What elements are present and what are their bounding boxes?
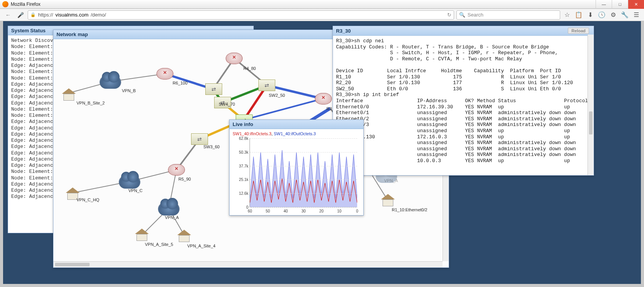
node-vpn-b[interactable] (100, 76, 121, 89)
label-vpn-a-site-4: VPN_A_Site_4 (187, 244, 215, 248)
settings-gear-icon[interactable]: ⚙ (609, 11, 618, 18)
browser-toolbar: ← 🎤 🔒 https://visualnms.com/demo/ ↻ 🔍 Se… (0, 9, 644, 21)
search-icon: 🔍 (459, 12, 465, 18)
window-titlebar: Mozilla Firefox — □ ✕ (0, 0, 644, 9)
download-icon[interactable]: ⬇ (586, 11, 595, 18)
bookmark-star-icon[interactable]: ☆ (562, 11, 572, 18)
y-tick: 62.8k (233, 136, 248, 141)
y-tick: 12.6k (233, 191, 248, 196)
node-vpn-a[interactable] (158, 202, 180, 216)
label-r1-10-eth: R1_10:Ethernet0/2 (392, 207, 427, 212)
x-tick: 40 (283, 209, 288, 213)
node-r6-100[interactable] (156, 68, 173, 80)
legend-series-2: SW1_40:ifOutOctets.3 (274, 131, 316, 136)
search-box[interactable]: 🔍 Search (456, 10, 560, 20)
node-sw3-60[interactable] (191, 133, 208, 145)
terminal-header[interactable]: R3_30 Reload (333, 26, 594, 36)
label-r6-100: R6_100 (173, 81, 188, 85)
terminal-panel[interactable]: R3_30 Reload R3_30>sh cdp nei Capability… (333, 26, 594, 176)
label-r5-90: R5_90 (178, 177, 191, 181)
label-vpn-a: VPN_A (165, 215, 179, 220)
terminal-reload-button[interactable]: Reload (568, 28, 589, 34)
chart-area: 012.6k25.1k37.7k50.3k62.8k6050403020100 (250, 138, 357, 207)
live-info-title[interactable]: Live info (230, 120, 363, 129)
x-tick: 60 (248, 209, 252, 213)
history-icon[interactable]: 🕓 (597, 11, 606, 18)
minimize-button[interactable]: — (596, 0, 612, 9)
label-vpn-b-site-2: VPN_B_Site_2 (77, 101, 105, 105)
url-path: /demo/ (91, 12, 106, 18)
x-tick: 10 (337, 209, 341, 213)
y-tick: 0 (233, 205, 248, 209)
x-tick: 20 (319, 209, 323, 213)
node-r5-90[interactable] (168, 164, 185, 176)
label-r4-80: R4_80 (243, 66, 256, 71)
legend-series-1: SW1_40:ifInOctets.3 (233, 131, 271, 136)
map-scrollbar-horizontal[interactable] (53, 261, 443, 267)
y-tick: 25.1k (233, 178, 248, 182)
close-button[interactable]: ✕ (628, 0, 644, 9)
menu-icon[interactable]: ☰ (632, 11, 641, 18)
label-vpn-c-hq: VPN_C_HQ (77, 197, 99, 202)
node-vpn-c[interactable] (119, 176, 140, 189)
url-bar[interactable]: 🔒 https://visualnms.com/demo/ ↻ (28, 10, 454, 20)
developer-icon[interactable]: 🔧 (620, 11, 629, 18)
page-content: System Status Network Discovery: Node: E… (3, 21, 641, 284)
window-title: Mozilla Firefox (11, 2, 40, 7)
y-tick: 50.3k (233, 150, 248, 154)
label-sw2-50: SW2_50 (269, 93, 285, 98)
live-info-body: SW1_40:ifInOctets.3, SW1_40:ifOutOctets.… (230, 129, 363, 210)
node-r3-30[interactable] (315, 93, 332, 105)
node-vpn-b-site-2[interactable] (62, 89, 76, 101)
maximize-button[interactable]: □ (612, 0, 628, 9)
firefox-icon (2, 1, 8, 7)
terminal-scrollbar[interactable] (587, 35, 594, 175)
x-tick: 30 (301, 209, 306, 213)
library-icon[interactable]: 📋 (574, 11, 583, 18)
back-button[interactable]: ← (3, 10, 13, 20)
node-r1-10-eth[interactable] (381, 195, 395, 206)
node-sw4-70[interactable] (205, 83, 222, 95)
label-sw3-60: SW3_60 (203, 144, 220, 149)
svg-line-12 (244, 99, 323, 120)
chart-svg (250, 138, 357, 207)
url-domain: visualnms.com (55, 12, 88, 18)
search-placeholder: Search (468, 12, 483, 18)
node-sw2-50[interactable] (258, 80, 275, 91)
x-tick: 0 (356, 209, 358, 213)
terminal-title: R3_30 (336, 28, 351, 34)
node-r4-80[interactable] (226, 53, 243, 64)
x-tick: 50 (266, 209, 270, 213)
url-prefix: https:// (38, 12, 53, 18)
label-vpn-b: VPN_B (122, 88, 136, 93)
label-sw4-70: SW4_70 (219, 102, 235, 106)
reload-icon[interactable]: ↻ (447, 12, 451, 18)
label-vpn-a-site-5: VPN_A_Site_5 (145, 242, 173, 247)
live-info-panel[interactable]: Live info SW1_40:ifInOctets.3, SW1_40:if… (229, 119, 364, 216)
label-vpn-a-2: VPN_A (384, 178, 398, 183)
node-vpn-a-site-5[interactable] (135, 229, 149, 241)
label-vpn-c: VPN_C (128, 188, 143, 193)
lock-icon: 🔒 (30, 12, 36, 17)
y-tick: 37.7k (233, 164, 248, 168)
terminal-body[interactable]: R3_30>sh cdp nei Capability Codes: R - R… (333, 36, 594, 166)
node-vpn-a-site-4[interactable] (177, 231, 191, 242)
mic-icon[interactable]: 🎤 (15, 10, 25, 20)
